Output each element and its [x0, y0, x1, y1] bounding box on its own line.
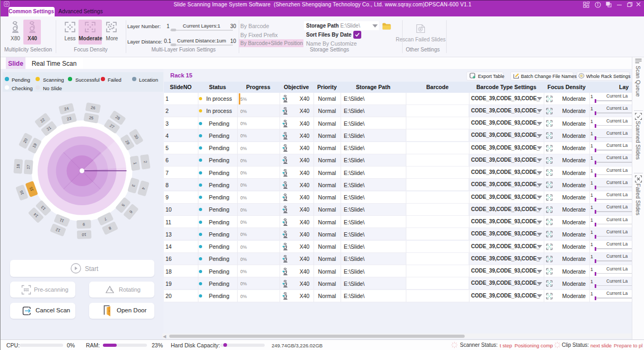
svg-text:26: 26	[91, 105, 96, 110]
svg-text:18: 18	[15, 164, 21, 169]
svg-text:17: 17	[26, 165, 31, 170]
svg-text:10: 10	[82, 232, 86, 237]
svg-text:25: 25	[89, 115, 94, 120]
svg-text:9: 9	[83, 222, 85, 226]
